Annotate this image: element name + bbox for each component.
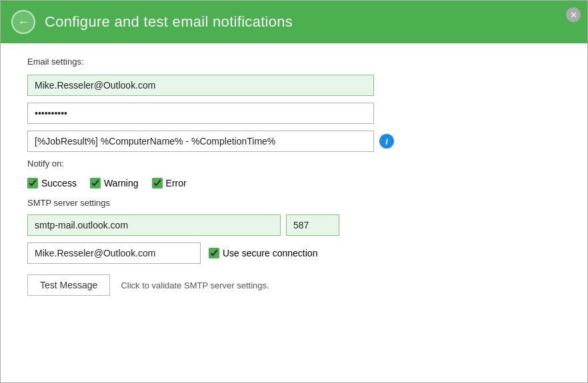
back-button[interactable]: ←	[11, 10, 35, 34]
configure-email-dialog: ← Configure and test email notifications…	[0, 0, 588, 383]
smtp-user-input[interactable]	[27, 242, 201, 264]
error-checkbox-item[interactable]: Error	[152, 178, 187, 189]
smtp-port-input[interactable]	[286, 214, 339, 236]
subject-input[interactable]	[27, 131, 374, 152]
secure-connection-label: Use secure connection	[223, 248, 317, 258]
info-icon[interactable]: i	[379, 134, 394, 149]
smtp-server-input[interactable]	[27, 214, 281, 236]
close-button[interactable]: ✕	[566, 7, 581, 22]
test-message-row: Test Message Click to validate SMTP serv…	[27, 274, 561, 296]
test-message-button[interactable]: Test Message	[27, 274, 110, 296]
password-input[interactable]	[27, 103, 374, 124]
success-label: Success	[41, 178, 77, 189]
error-checkbox[interactable]	[152, 178, 163, 189]
test-message-description: Click to validate SMTP server settings.	[121, 280, 269, 290]
error-label: Error	[166, 178, 187, 189]
dialog-title: Configure and test email notifications	[45, 13, 293, 31]
success-checkbox-item[interactable]: Success	[27, 178, 77, 189]
smtp-server-row	[27, 214, 561, 236]
notify-on-row: Success Warning Error	[27, 178, 561, 189]
email-input[interactable]	[27, 75, 374, 96]
smtp-section-label: SMTP server settings	[27, 198, 561, 208]
smtp-auth-row: Use secure connection	[27, 242, 561, 264]
success-checkbox[interactable]	[27, 178, 38, 189]
title-bar: ← Configure and test email notifications…	[1, 1, 587, 43]
email-settings-label: Email settings:	[27, 57, 561, 67]
warning-checkbox[interactable]	[90, 178, 101, 189]
notify-on-label: Notify on:	[27, 159, 561, 169]
dialog-content: Email settings: i Notify on: Success War…	[1, 43, 587, 382]
warning-checkbox-item[interactable]: Warning	[90, 178, 139, 189]
secure-connection-checkbox[interactable]	[209, 248, 219, 258]
subject-row: i	[27, 131, 561, 152]
warning-label: Warning	[104, 178, 139, 189]
secure-connection-checkbox-item[interactable]: Use secure connection	[209, 248, 317, 258]
